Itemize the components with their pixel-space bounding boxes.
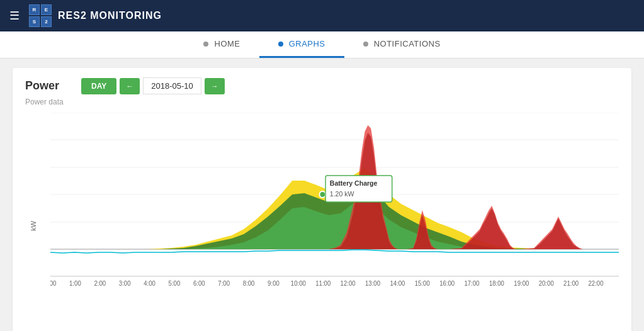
tab-home[interactable]: Home bbox=[184, 31, 259, 58]
svg-text:21:00: 21:00 bbox=[563, 280, 579, 287]
svg-text:8:00: 8:00 bbox=[243, 280, 255, 287]
logo-cell-2: E bbox=[41, 4, 52, 15]
svg-text:10:00: 10:00 bbox=[291, 280, 307, 287]
menu-icon[interactable]: ☰ bbox=[9, 9, 20, 23]
svg-text:5:00: 5:00 bbox=[169, 280, 181, 287]
svg-text:6:00: 6:00 bbox=[193, 280, 205, 287]
card-header: Power DAY ← 2018-05-10 → bbox=[25, 77, 619, 94]
svg-text:4:00: 4:00 bbox=[144, 280, 155, 287]
svg-text:13:00: 13:00 bbox=[365, 280, 381, 287]
chart-svg: 5 4 3 2 1 0 -1 bbox=[50, 113, 619, 301]
app-title: RES2 MONITORING bbox=[58, 10, 162, 21]
svg-text:17:00: 17:00 bbox=[465, 280, 480, 287]
tab-notifications-dot bbox=[363, 42, 368, 47]
svg-text:1.20 kW: 1.20 kW bbox=[330, 190, 355, 198]
nav-tabs: Home GRAPHS NOTIFICATIONS bbox=[0, 31, 644, 59]
tooltip-dot bbox=[319, 191, 325, 198]
power-card: Power DAY ← 2018-05-10 → Power data kW bbox=[13, 68, 631, 331]
tab-notifications[interactable]: NOTIFICATIONS bbox=[344, 31, 460, 58]
tab-home-dot bbox=[203, 42, 208, 47]
main-content: Power DAY ← 2018-05-10 → Power data kW bbox=[0, 59, 644, 331]
logo-cell-4: 2 bbox=[41, 16, 52, 27]
svg-text:Battery Charge: Battery Charge bbox=[330, 179, 378, 187]
logo-cell-1: R bbox=[29, 4, 40, 15]
svg-text:11:00: 11:00 bbox=[315, 280, 331, 287]
day-button[interactable]: DAY bbox=[81, 78, 116, 94]
card-title: Power bbox=[25, 79, 59, 93]
svg-text:15:00: 15:00 bbox=[415, 280, 431, 287]
date-display: 2018-05-10 bbox=[143, 77, 201, 94]
svg-text:12:00: 12:00 bbox=[341, 280, 356, 287]
tab-graphs-dot bbox=[278, 42, 283, 47]
home-line bbox=[50, 250, 619, 253]
svg-text:19:00: 19:00 bbox=[514, 280, 529, 287]
svg-text:14:00: 14:00 bbox=[390, 280, 405, 287]
svg-text:18:00: 18:00 bbox=[489, 280, 505, 287]
header: ☰ R E S 2 RES2 MONITORING bbox=[0, 0, 644, 31]
svg-text:1:00: 1:00 bbox=[69, 280, 81, 287]
svg-text:16:00: 16:00 bbox=[439, 280, 455, 287]
svg-text:20:00: 20:00 bbox=[539, 280, 555, 287]
svg-text:3:00: 3:00 bbox=[119, 280, 131, 287]
tab-graphs-label: GRAPHS bbox=[289, 39, 325, 48]
next-button[interactable]: → bbox=[205, 78, 225, 94]
prev-button[interactable]: ← bbox=[120, 78, 140, 94]
svg-text:2:00: 2:00 bbox=[94, 280, 106, 287]
svg-text:7:00: 7:00 bbox=[218, 280, 230, 287]
controls: DAY ← 2018-05-10 → bbox=[81, 77, 225, 94]
logo: R E S 2 bbox=[29, 4, 52, 27]
tab-home-label: Home bbox=[215, 39, 240, 48]
tab-graphs[interactable]: GRAPHS bbox=[259, 31, 344, 58]
svg-text:9:00: 9:00 bbox=[268, 280, 280, 287]
y-axis-label: kW bbox=[30, 221, 37, 231]
svg-text:0:00: 0:00 bbox=[50, 280, 57, 287]
card-subtitle: Power data bbox=[25, 98, 619, 106]
logo-cell-3: S bbox=[29, 16, 40, 27]
tab-notifications-label: NOTIFICATIONS bbox=[374, 39, 441, 48]
chart-container: kW bbox=[25, 113, 619, 331]
svg-text:22:00: 22:00 bbox=[588, 280, 604, 287]
